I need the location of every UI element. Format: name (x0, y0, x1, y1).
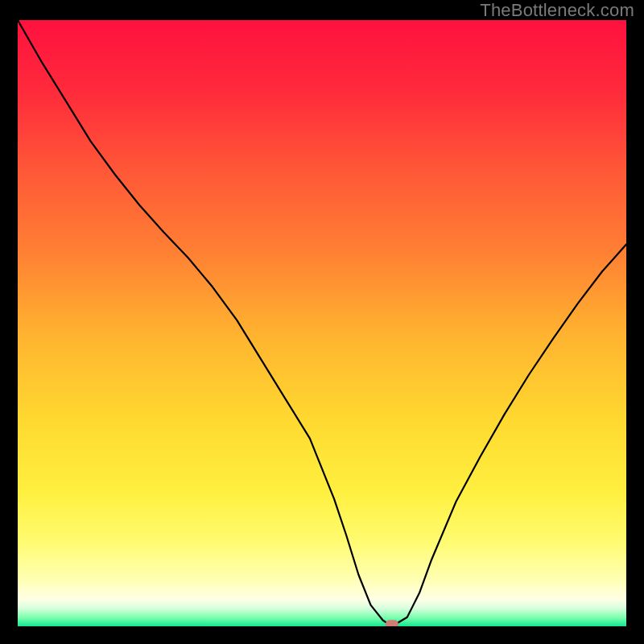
chart-frame (18, 20, 626, 626)
chart-background-gradient (18, 20, 626, 626)
optimum-marker (386, 620, 398, 626)
watermark-text: TheBottleneck.com (480, 0, 634, 21)
bottleneck-chart-svg (18, 20, 626, 626)
